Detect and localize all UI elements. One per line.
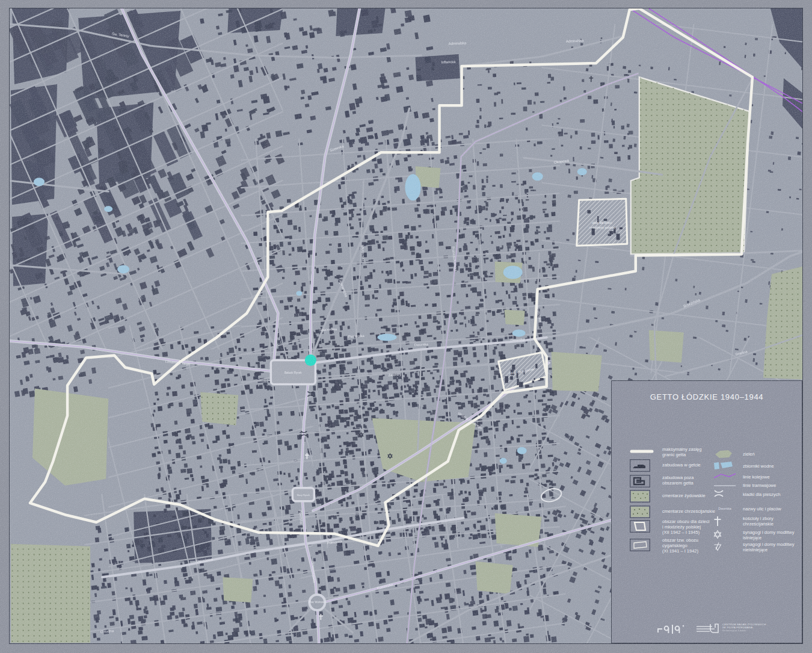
legend-item-label: linie kolejowe — [743, 474, 803, 480]
polin-logo — [656, 623, 715, 636]
built-outside-swatch — [630, 475, 650, 490]
dark-field — [416, 54, 460, 81]
legend-item-label: obszar obozu dla dzieci i młodzieży pols… — [662, 519, 734, 535]
synagogue-gone-swatch — [713, 542, 722, 554]
legend-item-label: kładki dla pieszych — [743, 492, 803, 497]
water-body — [377, 334, 396, 341]
camp-label: i młodzieży polskiej — [589, 226, 615, 229]
cbz-logo: CENTRUM BADAŃ ŻYDOWSKICHIM. FILIPA FRIED… — [709, 623, 766, 633]
legend-item-label: synagogi i domy modlitwy nieistniejące — [743, 542, 803, 552]
water-body — [104, 206, 112, 212]
cemetery-stipple — [200, 392, 238, 426]
water-body — [503, 265, 523, 279]
camp-children-swatch — [630, 520, 650, 535]
cemetery-jewish-swatch — [630, 490, 650, 505]
boundary-swatch — [630, 447, 654, 457]
water-body — [500, 458, 507, 464]
legend-item-label: zieleń — [743, 451, 803, 457]
street-label: Plac Wolności — [309, 601, 325, 604]
street-name-swatch: Dworska — [713, 503, 737, 514]
cemetery-stipple — [11, 544, 90, 643]
green-area — [552, 352, 602, 392]
legend-item-label: linie tramwajowe — [743, 483, 803, 488]
street-label: Inflancka — [441, 60, 456, 64]
green-swatch — [713, 448, 734, 462]
cemetery-christian-swatch — [630, 506, 650, 521]
church-swatch — [713, 516, 722, 529]
camp-roma-swatch — [630, 539, 650, 554]
selected-location-marker[interactable] — [305, 354, 316, 366]
water-body — [34, 178, 45, 186]
water-body — [405, 174, 420, 200]
legend-item-label: zbiorniki wodne — [743, 463, 803, 469]
svg-text:Dworska: Dworska — [718, 507, 731, 510]
legend-item-label: nazwy ulic i placów — [743, 506, 803, 512]
legend-item-label: synagogi i domy modlitwy istniejące — [743, 530, 803, 540]
street-label: Bałucki Rynek — [285, 371, 302, 374]
legend-item-label: obszar tzw. obozu cygańskiego (XI 1941 –… — [662, 537, 734, 554]
water-body — [296, 291, 302, 296]
map-title: GETTO ŁÓDZKIE 1940–1944 — [612, 392, 802, 401]
water-body — [512, 330, 526, 337]
water-body — [532, 172, 543, 181]
green-area — [223, 577, 253, 602]
synagogue-swatch — [713, 530, 722, 542]
street-label: Zgierska — [299, 510, 303, 524]
cbz-caption: CENTRUM BADAŃ ŻYDOWSKICHIM. FILIPA FRIED… — [722, 623, 766, 633]
street-label: Stary Rynek — [297, 494, 310, 497]
water-body — [117, 265, 129, 273]
green-area — [476, 562, 513, 594]
legend-item-label: kościoły i zbory chrześcijańskie — [743, 516, 803, 527]
water-body — [517, 447, 527, 454]
water-body — [577, 168, 587, 175]
built-in-ghetto-swatch — [630, 459, 650, 474]
bridge-swatch — [713, 489, 725, 501]
credits-row: CENTRUM BADAŃ ŻYDOWSKICHIM. FILIPA FRIED… — [612, 622, 802, 642]
water-swatch — [713, 460, 734, 472]
green-area — [505, 309, 525, 325]
legend-panel: GETTO ŁÓDZKIE 1940–1944 maksymalny zasię… — [611, 380, 802, 643]
camp-label: obóz dla dzieci — [592, 221, 612, 224]
street-label: Zawiszy — [388, 373, 401, 377]
